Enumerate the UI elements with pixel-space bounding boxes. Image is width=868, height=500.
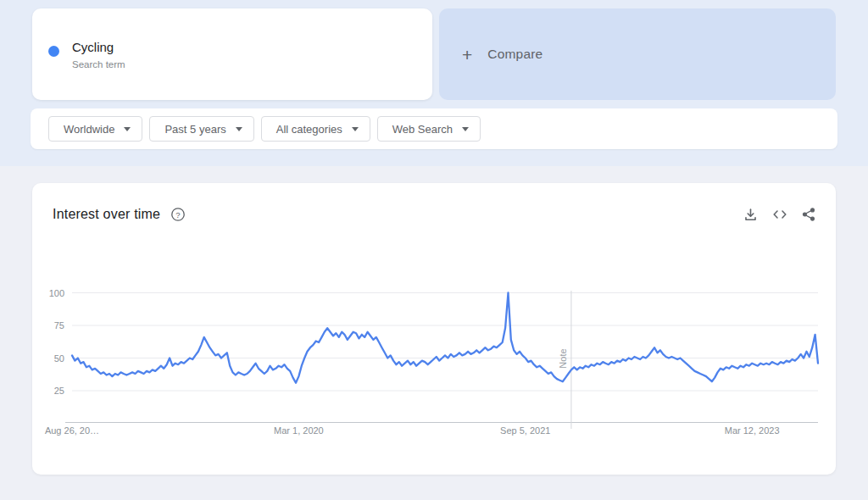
chart-actions [743, 208, 815, 222]
filter-searchtype-dropdown[interactable]: Web Search [377, 116, 481, 142]
filter-category-label: All categories [276, 123, 342, 136]
filter-region-dropdown[interactable]: Worldwide [48, 116, 142, 142]
compare-label: Compare [487, 47, 542, 62]
x-tick-label: Mar 1, 2020 [274, 425, 324, 436]
filter-searchtype-label: Web Search [392, 123, 453, 136]
dropdown-caret-icon [124, 127, 131, 131]
interest-over-time-card: Interest over time ? [32, 183, 836, 475]
search-term-card[interactable]: Cycling Search term [32, 8, 432, 100]
search-term-subtitle: Search term [72, 59, 125, 69]
filter-category-dropdown[interactable]: All categories [261, 116, 370, 142]
series-color-dot [48, 46, 59, 57]
compare-card[interactable]: + Compare [439, 8, 836, 100]
filter-timerange-dropdown[interactable]: Past 5 years [149, 116, 253, 142]
y-tick-label: 50 [54, 353, 64, 364]
dropdown-caret-icon [462, 127, 469, 131]
filter-bar: Worldwide Past 5 years All categories We… [31, 108, 837, 149]
chart-title: Interest over time [53, 207, 160, 222]
interest-over-time-chart: 255075100NoteAug 26, 20…Mar 1, 2020Sep 5… [32, 183, 836, 475]
filter-timerange-label: Past 5 years [164, 123, 225, 136]
dropdown-caret-icon [236, 127, 242, 131]
filter-region-label: Worldwide [64, 123, 114, 136]
dropdown-caret-icon [352, 127, 359, 131]
note-marker-label[interactable]: Note [558, 348, 568, 368]
search-term-title: Cycling [72, 40, 114, 54]
share-icon[interactable] [802, 208, 815, 221]
y-tick-label: 100 [49, 288, 64, 298]
x-tick-label: Sep 5, 2021 [500, 425, 550, 436]
chart-header: Interest over time ? [53, 207, 815, 222]
y-tick-label: 25 [54, 386, 64, 396]
y-tick-label: 75 [54, 320, 64, 331]
help-icon[interactable]: ? [170, 207, 186, 222]
download-icon[interactable] [743, 208, 758, 222]
x-tick-label: Aug 26, 20… [45, 425, 99, 436]
x-tick-label: Mar 12, 2023 [725, 425, 780, 436]
embed-icon[interactable] [772, 208, 787, 221]
trend-line-cycling [72, 293, 818, 383]
svg-text:?: ? [176, 210, 181, 219]
plus-icon: + [462, 46, 472, 64]
